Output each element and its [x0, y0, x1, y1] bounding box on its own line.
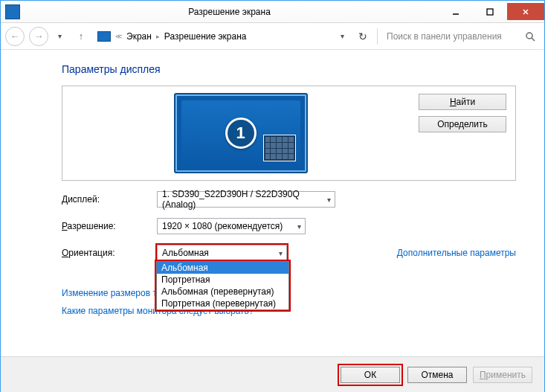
breadcrumb-resolution[interactable]: Разрешение экрана	[164, 31, 247, 42]
detect-button[interactable]: Определить	[419, 116, 506, 132]
minimize-button[interactable]	[439, 3, 473, 20]
breadcrumb-separator: ≪	[115, 33, 122, 40]
breadcrumb-screen[interactable]: Экран	[126, 31, 152, 42]
window-title: Разрешение экрана	[20, 7, 439, 17]
content-area: Параметры дисплея 1 Найти Определить	[1, 50, 544, 324]
navbar: ← → ▾ ↑ ≪ Экран ▸ Разрешение экрана ▾ ↻ …	[1, 23, 544, 50]
monitor-thumbnail[interactable]: 1	[174, 93, 308, 173]
orientation-dropdown-list: Альбомная Портретная Альбомная (переверн…	[156, 261, 289, 310]
monitor-number: 1	[225, 118, 257, 149]
breadcrumb-dropdown[interactable]: ▾	[335, 32, 349, 40]
orientation-dropdown[interactable]: Альбомная Альбомная Портретная Альбомная…	[157, 245, 287, 261]
resolution-dropdown[interactable]: 1920 × 1080 (рекомендуется)	[157, 218, 306, 234]
find-button[interactable]: Найти	[419, 94, 506, 110]
chevron-right-icon: ▸	[156, 33, 160, 40]
display-dropdown[interactable]: 1. SD390_S22D390H / S22D390Q (Analog)	[157, 191, 335, 208]
orientation-label: Ориентация:	[62, 248, 157, 258]
orientation-option-portrait[interactable]: Портретная	[157, 274, 288, 286]
nav-history-dropdown[interactable]: ▾	[53, 32, 66, 40]
nav-divider	[377, 28, 378, 45]
apply-button[interactable]: Применить	[473, 367, 532, 383]
page-heading: Параметры дисплея	[62, 63, 523, 75]
ok-button[interactable]: ОК	[341, 367, 400, 383]
svg-point-4	[526, 33, 532, 39]
button-bar: ОК Отмена Применить	[1, 356, 544, 392]
titlebar: Разрешение экрана	[1, 1, 544, 23]
breadcrumb[interactable]: ≪ Экран ▸ Разрешение экрана	[97, 31, 331, 42]
monitor-grid-icon	[263, 135, 296, 161]
maximize-button[interactable]	[473, 3, 507, 20]
monitor-preview-area[interactable]: 1	[62, 86, 419, 180]
resolution-label: Разрешение:	[62, 221, 157, 231]
nav-up-button[interactable]: ↑	[74, 29, 88, 44]
nav-forward-button[interactable]: →	[29, 27, 48, 46]
resolution-value: 1920 × 1080 (рекомендуется)	[162, 221, 283, 231]
control-panel-icon	[97, 31, 111, 42]
display-value: 1. SD390_S22D390H / S22D390Q (Analog)	[162, 189, 321, 210]
orientation-option-portrait-flipped[interactable]: Портретная (перевернутая)	[157, 298, 288, 309]
orientation-option-landscape[interactable]: Альбомная	[157, 262, 288, 274]
system-icon	[5, 4, 20, 19]
search-icon[interactable]	[520, 28, 540, 45]
close-button[interactable]	[507, 3, 544, 20]
orientation-value: Альбомная	[162, 248, 209, 258]
display-label: Дисплей:	[62, 194, 157, 205]
orientation-option-landscape-flipped[interactable]: Альбомная (перевернутая)	[157, 286, 288, 298]
search-input[interactable]: Поиск в панели управления	[382, 28, 516, 45]
svg-rect-1	[487, 9, 493, 15]
display-preview-panel: 1 Найти Определить	[62, 86, 516, 181]
resize-text-link[interactable]: Изменение размеров те	[62, 288, 161, 298]
cancel-button[interactable]: Отмена	[407, 367, 467, 383]
svg-line-5	[532, 38, 535, 41]
nav-back-button[interactable]: ←	[5, 27, 25, 46]
refresh-button[interactable]: ↻	[353, 28, 373, 45]
